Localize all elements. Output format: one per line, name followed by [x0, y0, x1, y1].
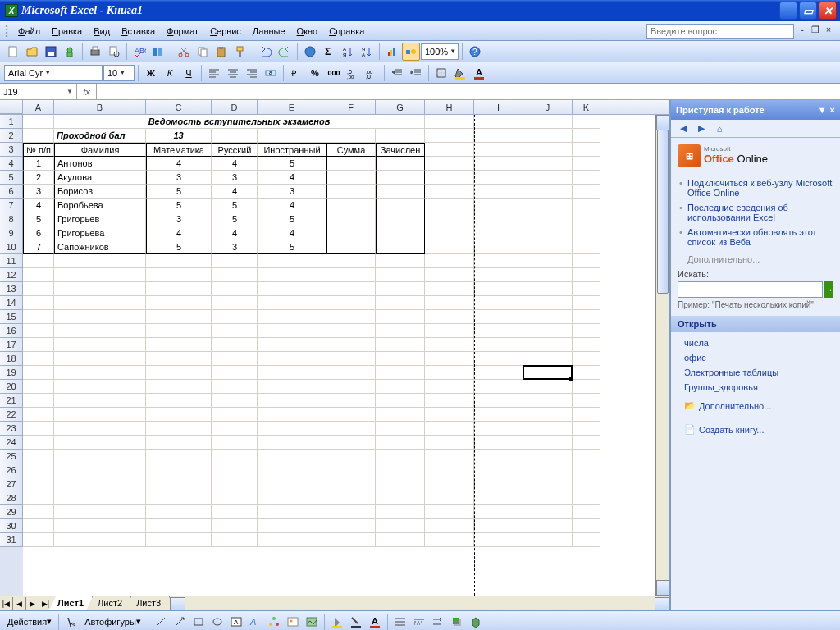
cell[interactable]	[376, 380, 425, 394]
cell[interactable]	[258, 282, 326, 296]
cell[interactable]	[376, 268, 425, 282]
cell[interactable]: 5	[146, 199, 212, 212]
cell[interactable]	[146, 436, 212, 450]
menu-help[interactable]: Справка	[324, 25, 369, 38]
cell[interactable]	[212, 254, 258, 268]
cell[interactable]	[376, 296, 425, 310]
cell[interactable]	[146, 380, 212, 394]
comma-style-icon[interactable]: 000	[325, 64, 343, 82]
cell[interactable]	[425, 380, 474, 394]
cell[interactable]	[258, 436, 326, 450]
cell[interactable]	[523, 282, 573, 296]
cell[interactable]	[425, 143, 474, 157]
menu-insert[interactable]: Вставка	[116, 25, 160, 38]
cell[interactable]	[573, 185, 600, 199]
cell[interactable]	[258, 352, 326, 366]
cell[interactable]	[212, 491, 258, 505]
row-header[interactable]: 8	[0, 212, 23, 226]
cell[interactable]	[474, 380, 523, 394]
cell[interactable]	[146, 352, 212, 366]
cell[interactable]	[425, 491, 474, 505]
cell[interactable]	[146, 519, 212, 533]
column-header[interactable]: H	[425, 100, 474, 114]
cell[interactable]: 4	[212, 157, 258, 171]
create-workbook-link[interactable]: 📄Создать книгу...	[684, 422, 833, 437]
cell[interactable]: 3	[258, 185, 326, 199]
hyperlink-icon[interactable]	[301, 43, 319, 61]
shadow-icon[interactable]	[448, 613, 466, 631]
cell[interactable]	[573, 463, 600, 477]
task-pane-close-icon[interactable]: ×	[830, 105, 835, 115]
row-header[interactable]: 23	[0, 422, 23, 436]
cell[interactable]	[573, 212, 600, 226]
cell[interactable]	[54, 422, 146, 436]
task-pane-link[interactable]: Автоматически обновлять этот список из В…	[678, 225, 833, 249]
cell[interactable]	[573, 450, 600, 463]
cell[interactable]: 5	[146, 185, 212, 199]
cell[interactable]	[326, 519, 376, 533]
cell[interactable]	[23, 422, 54, 436]
cell[interactable]	[425, 324, 474, 338]
cell[interactable]	[376, 185, 425, 199]
cell[interactable]	[212, 338, 258, 352]
cell[interactable]	[523, 171, 573, 185]
cell[interactable]	[376, 477, 425, 491]
cell[interactable]	[523, 491, 573, 505]
cell[interactable]	[23, 338, 54, 352]
cell[interactable]	[376, 240, 425, 254]
new-icon[interactable]	[4, 43, 22, 61]
row-header[interactable]: 7	[0, 199, 23, 212]
cell[interactable]	[376, 226, 425, 240]
cell[interactable]	[523, 436, 573, 450]
cell[interactable]	[212, 408, 258, 422]
cell[interactable]: Григорьева	[54, 226, 146, 240]
cell[interactable]	[54, 436, 146, 450]
cell[interactable]	[258, 324, 326, 338]
cell[interactable]	[523, 505, 573, 519]
column-header[interactable]: G	[376, 100, 425, 114]
cell[interactable]	[23, 380, 54, 394]
cell[interactable]: Сумма	[326, 143, 376, 157]
cell[interactable]: 3	[146, 171, 212, 185]
search-go-button[interactable]: →	[824, 281, 833, 298]
cell[interactable]	[474, 254, 523, 268]
cell[interactable]	[573, 129, 600, 143]
more-link[interactable]: Дополнительно...	[678, 254, 833, 264]
cell[interactable]	[376, 463, 425, 477]
cell[interactable]	[146, 296, 212, 310]
cell[interactable]	[212, 394, 258, 408]
tab-nav-first-icon[interactable]: |◀	[0, 597, 13, 610]
cell[interactable]	[523, 463, 573, 477]
menu-data[interactable]: Данные	[248, 25, 290, 38]
cell[interactable]	[573, 282, 600, 296]
cell[interactable]	[573, 408, 600, 422]
cell[interactable]	[425, 463, 474, 477]
undo-icon[interactable]	[257, 43, 275, 61]
menu-view[interactable]: Вид	[89, 25, 115, 38]
cell[interactable]	[23, 533, 54, 547]
row-header[interactable]: 24	[0, 436, 23, 450]
cell[interactable]	[523, 129, 573, 143]
cell[interactable]	[326, 491, 376, 505]
cell[interactable]	[23, 394, 54, 408]
cell[interactable]	[573, 436, 600, 450]
cell[interactable]	[573, 324, 600, 338]
task-pane-link[interactable]: Последние сведения об использовании Exce…	[678, 200, 833, 225]
cell[interactable]	[523, 296, 573, 310]
actions-menu[interactable]: Действия ▾	[4, 613, 55, 631]
cell[interactable]	[376, 352, 425, 366]
drawing-toolbar-toggle-icon[interactable]	[402, 43, 420, 61]
minimize-button[interactable]: _	[779, 2, 797, 20]
cell[interactable]: Сапожников	[54, 240, 146, 254]
font-name-dropdown[interactable]: Arial Cyr▼	[4, 65, 103, 81]
recent-file-link[interactable]: офис	[684, 350, 833, 365]
column-header[interactable]: F	[326, 100, 376, 114]
cell[interactable]	[146, 366, 212, 380]
row-header[interactable]: 25	[0, 450, 23, 463]
cell[interactable]	[573, 115, 600, 129]
cell[interactable]	[212, 380, 258, 394]
cell[interactable]	[146, 450, 212, 463]
cell[interactable]	[523, 519, 573, 533]
cell[interactable]	[326, 450, 376, 463]
row-header[interactable]: 5	[0, 171, 23, 185]
